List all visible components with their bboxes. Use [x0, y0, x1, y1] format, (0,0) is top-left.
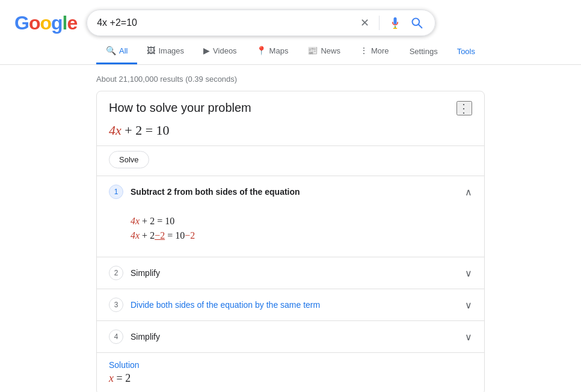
svg-line-3 — [419, 25, 422, 28]
clear-icon: ✕ — [360, 17, 369, 28]
tab-maps[interactable]: 📍 Maps — [247, 38, 298, 64]
tab-videos-label: Videos — [213, 46, 237, 55]
solve-button[interactable]: Solve — [109, 151, 149, 168]
solution-label: Solution — [109, 360, 472, 370]
step-1-collapse-icon: ∧ — [465, 186, 472, 198]
news-icon: 📰 — [307, 46, 318, 55]
step-2-expand-icon: ∨ — [465, 268, 472, 279]
step-2-number: 2 — [109, 266, 123, 280]
images-icon: 🖼 — [147, 46, 155, 55]
settings-link[interactable]: Settings — [400, 40, 447, 63]
step-3: 3 Divide both sides of the equation by t… — [97, 289, 484, 320]
step-4-number: 4 — [109, 329, 123, 344]
search-bar: ✕ — [87, 10, 435, 36]
search-icon — [411, 17, 423, 29]
nav-tabs: 🔍 All 🖼 Images ▶ Videos 📍 Maps 📰 News ⋮ … — [0, 38, 581, 65]
step-3-title: Divide both sides of the equation by the… — [131, 300, 320, 310]
step-1-content: 4x + 2 = 10 4x + 2−2 = 10−2 — [97, 207, 484, 257]
maps-icon: 📍 — [256, 46, 266, 55]
tab-news[interactable]: 📰 News — [298, 38, 350, 64]
step-1-title: Subtract 2 from both sides of the equati… — [131, 187, 300, 197]
tab-more[interactable]: ⋮ More — [350, 38, 399, 64]
card-header: How to solve your problem ⋮ — [97, 91, 484, 120]
tab-images-label: Images — [158, 46, 184, 55]
all-icon: 🔍 — [106, 46, 116, 55]
tab-images[interactable]: 🖼 Images — [137, 38, 194, 64]
step-3-header[interactable]: 3 Divide both sides of the equation by t… — [97, 289, 484, 320]
clear-button[interactable]: ✕ — [358, 15, 372, 31]
math-display: 4x + 2 = 10 — [97, 120, 484, 145]
nav-right: Settings Tools — [400, 40, 485, 63]
tab-news-label: News — [321, 46, 340, 55]
step-4-header[interactable]: 4 Simplify ∨ — [97, 321, 484, 352]
voice-search-button[interactable] — [387, 14, 404, 31]
videos-icon: ▶ — [203, 46, 210, 55]
solve-section: Solve — [97, 145, 484, 176]
step-2-header[interactable]: 2 Simplify ∨ — [97, 257, 484, 289]
step-4-expand-icon: ∨ — [465, 331, 472, 343]
header: Google ✕ — [0, 0, 581, 36]
more-options-button[interactable]: ⋮ — [456, 101, 472, 115]
step-3-expand-icon: ∨ — [465, 299, 472, 311]
step-1: 1 Subtract 2 from both sides of the equa… — [97, 176, 484, 257]
mic-icon — [389, 17, 401, 29]
search-divider — [379, 16, 380, 30]
answer-card: How to solve your problem ⋮ 4x + 2 = 10 … — [96, 91, 485, 392]
step-3-number: 3 — [109, 298, 123, 312]
results-count: About 21,100,000 results (0.39 seconds) — [96, 70, 485, 91]
step-1-eq2: 4x + 2−2 = 10−2 — [131, 230, 472, 241]
step-1-number: 1 — [109, 185, 123, 199]
solution-value: x = 2 — [109, 372, 472, 385]
tools-link[interactable]: Tools — [447, 40, 485, 63]
step-4: 4 Simplify ∨ — [97, 320, 484, 352]
tab-more-label: More — [371, 46, 389, 55]
step-1-eq1: 4x + 2 = 10 — [131, 216, 472, 227]
tab-all-label: All — [119, 46, 128, 55]
tab-maps-label: Maps — [269, 46, 289, 55]
google-logo: Google — [14, 12, 77, 34]
step-1-header[interactable]: 1 Subtract 2 from both sides of the equa… — [97, 176, 484, 207]
solution-section: Solution x = 2 — [97, 352, 484, 392]
step-2-title: Simplify — [131, 268, 160, 278]
more-icon: ⋮ — [360, 46, 368, 55]
step-2: 2 Simplify ∨ — [97, 257, 484, 289]
tab-all[interactable]: 🔍 All — [96, 38, 137, 64]
tab-videos[interactable]: ▶ Videos — [194, 38, 247, 64]
search-input[interactable] — [97, 17, 353, 28]
search-button[interactable] — [408, 14, 425, 31]
card-title: How to solve your problem — [109, 101, 251, 115]
step-4-title: Simplify — [131, 332, 160, 341]
results-area: About 21,100,000 results (0.39 seconds) … — [0, 65, 581, 392]
